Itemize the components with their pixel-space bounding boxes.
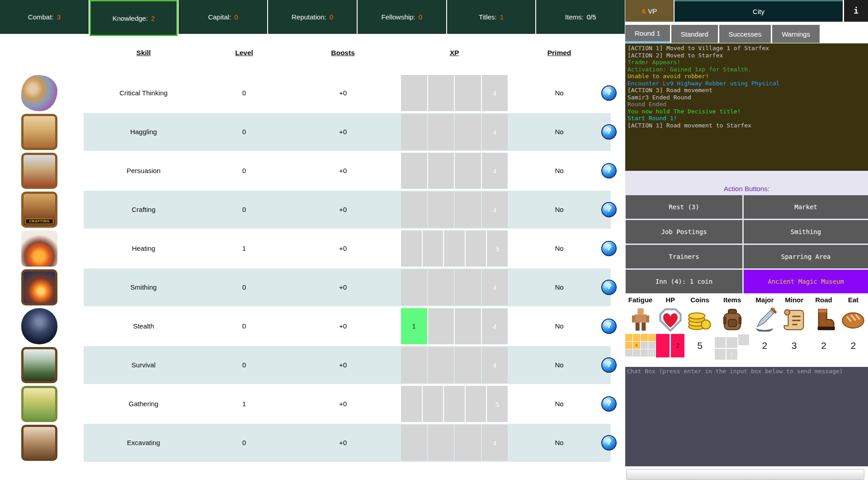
- subtab-successes[interactable]: Successes: [719, 25, 771, 43]
- stat-label: Major: [750, 296, 779, 304]
- hp-cell: [656, 334, 670, 357]
- skill-boosts: +0: [285, 346, 401, 385]
- skill-boosts: +0: [285, 268, 401, 307]
- stat-minor: Minor 3: [779, 296, 809, 359]
- help-icon[interactable]: ?: [601, 357, 617, 373]
- subtab-standard[interactable]: Standard: [671, 25, 718, 43]
- bread-icon: [841, 307, 865, 332]
- xp-box-label: 4: [482, 206, 508, 214]
- game-log[interactable]: [ACTION 1] Moved to Village 1 of Starfex…: [625, 43, 868, 171]
- stat-iconbox: [839, 305, 868, 333]
- game-app: Combat: 3 Knowledge: 2 Capital: 0 Reputa…: [0, 0, 868, 488]
- fatigue-cell: [633, 349, 640, 357]
- score-tab-combat[interactable]: Combat: 3: [0, 0, 89, 34]
- log-line: Activation: Gained 1xp for Stealth.: [627, 66, 866, 73]
- stat-road: Road 2: [809, 296, 838, 359]
- xp-box: [401, 269, 427, 305]
- help-icon[interactable]: ?: [601, 396, 617, 412]
- action-button-sparring-area[interactable]: Sparring Area: [744, 245, 868, 268]
- skill-primed: No: [508, 385, 611, 423]
- skill-rows: Critical Thinking 0 +0 4 No ? Haggling 0…: [0, 74, 625, 462]
- stat-eat: Eat 2: [839, 296, 868, 359]
- boot-icon: [811, 307, 836, 332]
- subtab-round-1[interactable]: Round 1: [625, 25, 670, 43]
- vp-label: VP: [648, 7, 657, 15]
- action-button-inn-4-1-coin[interactable]: Inn (4): 1 coin: [626, 270, 742, 293]
- fatigue-cell: [625, 334, 632, 341]
- help-icon[interactable]: ?: [601, 280, 617, 295]
- item-slot: 5: [726, 349, 737, 360]
- skill-name: Haggling: [84, 113, 203, 151]
- xp-box: [401, 153, 427, 189]
- xp-box: [401, 192, 427, 228]
- score-tab-label: Reputation:: [292, 13, 326, 21]
- score-tab-items[interactable]: Items: 0/5: [536, 0, 625, 34]
- header-level[interactable]: Level: [203, 49, 285, 57]
- action-button-rest-3[interactable]: Rest (3): [626, 195, 742, 219]
- xp-box-label: 4: [482, 128, 508, 136]
- skill-primed: No: [508, 268, 611, 307]
- xp-box: [401, 75, 427, 111]
- header-primed[interactable]: Primed: [508, 49, 611, 57]
- xp-box: 4: [482, 347, 508, 383]
- skill-primed: No: [508, 190, 611, 229]
- brain-icon: [21, 75, 57, 111]
- skill-primed: No: [508, 346, 611, 385]
- log-line: Start Round 1!: [627, 115, 866, 122]
- xp-track: 5: [401, 230, 508, 267]
- subtab-warnings[interactable]: Warnings: [772, 25, 820, 43]
- xp-track: 4: [401, 192, 508, 228]
- sword-icon: [752, 307, 777, 332]
- xp-track: 4: [401, 347, 508, 383]
- skill-level: 0: [203, 423, 285, 462]
- xp-box-label: 4: [482, 439, 508, 447]
- fatigue-cell: [625, 349, 632, 357]
- skill-primed: No: [508, 113, 611, 151]
- action-button-trainers[interactable]: Trainers: [626, 245, 742, 268]
- help-icon[interactable]: ?: [601, 85, 617, 101]
- xp-box: [428, 75, 454, 111]
- skill-primed: No: [508, 307, 611, 346]
- xp-box: [428, 192, 454, 228]
- help-icon[interactable]: ?: [601, 163, 617, 178]
- chat-input[interactable]: [626, 469, 864, 480]
- score-tab-label: Titles:: [479, 13, 496, 21]
- xp-box: [455, 308, 481, 344]
- help-icon[interactable]: ?: [601, 124, 617, 140]
- action-button-smithing[interactable]: Smithing: [744, 220, 868, 244]
- help-icon[interactable]: ?: [601, 319, 617, 334]
- help-icon[interactable]: ?: [601, 241, 617, 256]
- xp-box: [428, 269, 454, 305]
- action-button-job-postings[interactable]: Job Postings: [626, 220, 742, 244]
- action-button-market[interactable]: Market: [744, 195, 868, 219]
- location-tab[interactable]: City: [675, 0, 843, 22]
- xp-box: [428, 308, 454, 344]
- skill-row-smithing: Smithing 0 +0 4 No ?: [0, 268, 625, 307]
- fatigue-cell: [648, 334, 656, 341]
- score-tab-titles[interactable]: Titles: 1: [447, 0, 536, 34]
- help-icon[interactable]: ?: [601, 435, 617, 450]
- score-tab-fellowship[interactable]: Fellowship: 0: [358, 0, 446, 34]
- header-skill[interactable]: Skill: [84, 49, 203, 57]
- info-button[interactable]: i: [844, 0, 868, 22]
- score-tab-reputation[interactable]: Reputation: 0: [268, 0, 357, 34]
- help-icon[interactable]: ?: [601, 202, 617, 217]
- xp-box: 4: [482, 308, 508, 344]
- haggling-icon: [21, 114, 57, 150]
- xp-track: 4: [401, 153, 508, 189]
- header-boosts[interactable]: Boosts: [285, 49, 401, 57]
- stat-items: Items 5: [715, 296, 750, 359]
- item-slot: [715, 349, 726, 360]
- skill-boosts: +0: [285, 151, 401, 190]
- header-xp[interactable]: XP: [401, 49, 508, 57]
- fatigue-cell: [641, 349, 648, 357]
- skill-level: 0: [203, 346, 285, 385]
- stat-label: HP: [656, 296, 685, 304]
- score-tab-capital[interactable]: Capital: 0: [179, 0, 267, 34]
- vp-tab[interactable]: 6 VP: [625, 0, 674, 22]
- xp-box-label: 5: [487, 400, 508, 408]
- score-tab-value: 1: [500, 13, 504, 21]
- action-button-ancient-magic-museum[interactable]: Ancient Magic Museum: [744, 270, 868, 293]
- score-tab-knowledge[interactable]: Knowledge: 2: [90, 0, 178, 36]
- chat-box[interactable]: Chat Box (press enter in the input box b…: [625, 367, 868, 466]
